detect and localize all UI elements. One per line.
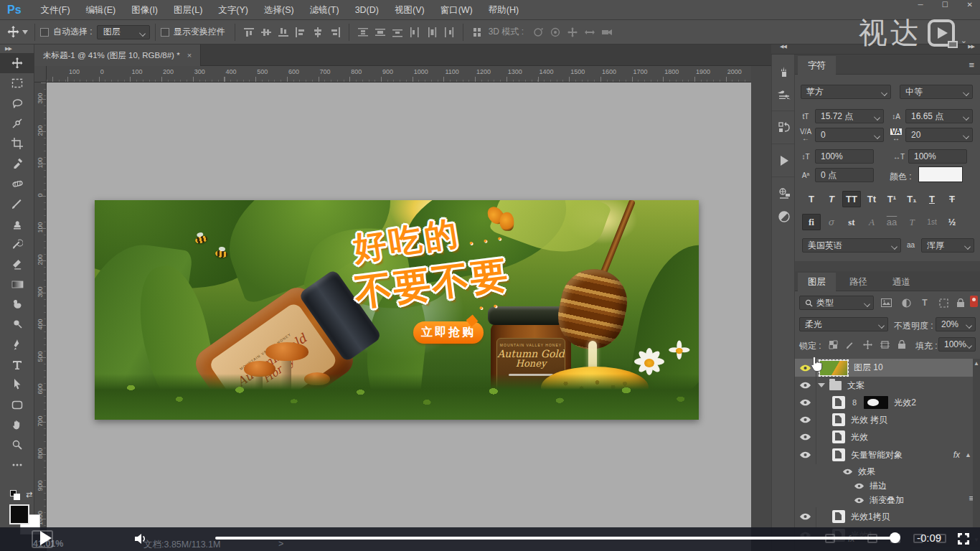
3d-zoom-camera-button[interactable]: [598, 24, 616, 40]
tab-character[interactable]: 字符: [798, 56, 836, 75]
align-vcenter-button[interactable]: [258, 24, 275, 40]
tab-close-icon[interactable]: ×: [187, 51, 192, 60]
crop-tool[interactable]: [0, 133, 34, 154]
swap-colors-icon[interactable]: ⇄: [26, 490, 32, 499]
visibility-toggle[interactable]: [795, 411, 816, 428]
layer-row[interactable]: 光效: [795, 428, 976, 446]
align-right-button[interactable]: [326, 24, 344, 40]
fx-collapse-icon[interactable]: ▲: [965, 451, 971, 458]
fill-field[interactable]: 100%: [938, 337, 976, 352]
play-button[interactable]: [40, 531, 52, 545]
3d-orbit-button[interactable]: [529, 24, 547, 40]
layer-row[interactable]: 光效 拷贝: [795, 411, 976, 428]
foreground-color-swatch[interactable]: [9, 504, 29, 524]
distribute-hcenter-button[interactable]: [423, 24, 440, 40]
layer-row[interactable]: 矢量智能对象 fx ▲: [795, 446, 976, 464]
strikethrough-button[interactable]: T: [943, 191, 961, 207]
show-transform-checkbox[interactable]: [161, 28, 169, 37]
marquee-tool[interactable]: [0, 73, 34, 93]
ligatures-button[interactable]: fi: [802, 214, 821, 230]
horizontal-ruler[interactable]: 1000100200300400500600700800900100011001…: [47, 66, 751, 83]
group-disclosure-icon[interactable]: [818, 383, 825, 387]
baseline-shift-field[interactable]: 0 点: [815, 168, 874, 182]
opacity-field[interactable]: 20%: [936, 317, 976, 331]
minimize-button[interactable]: ─: [918, 0, 923, 10]
language-dropdown[interactable]: 美国英语: [802, 238, 901, 253]
fx-badge[interactable]: fx: [953, 450, 960, 460]
current-tool-chip[interactable]: [7, 26, 28, 38]
font-size-field[interactable]: 15.72 点: [815, 109, 884, 123]
filter-adjustment-layers-icon[interactable]: [900, 296, 913, 309]
lock-transparency-icon[interactable]: [826, 338, 839, 351]
move-tool[interactable]: [0, 53, 34, 73]
collapse-panels-icon[interactable]: ◀◀: [780, 44, 786, 50]
dodge-tool[interactable]: [0, 314, 34, 334]
quick-selection-tool[interactable]: [0, 113, 34, 133]
menu-item[interactable]: 编辑(E): [78, 0, 124, 20]
visibility-toggle[interactable]: [795, 446, 816, 464]
fx-gradient-overlay-row[interactable]: 渐变叠加: [795, 493, 976, 507]
lock-artboard-icon[interactable]: [878, 338, 891, 351]
fx-effects-row[interactable]: 效果: [795, 464, 976, 479]
lasso-tool[interactable]: [0, 93, 34, 113]
3d-roll-button[interactable]: [547, 24, 564, 40]
video-progress-knob[interactable]: [890, 532, 900, 543]
align-top-button[interactable]: [240, 24, 258, 40]
smart-object-thumbnail[interactable]: [832, 430, 845, 443]
horizontal-scale-field[interactable]: 100%: [908, 149, 967, 164]
edit-toolbar-ellipsis[interactable]: [0, 455, 34, 475]
layer-row-group[interactable]: 文案: [795, 377, 976, 394]
expand-panels-icon[interactable]: ▶▶: [968, 44, 974, 50]
distribute-left-button[interactable]: [406, 24, 423, 40]
hand-tool[interactable]: [0, 415, 34, 435]
healing-brush-tool[interactable]: [0, 174, 34, 194]
leading-field[interactable]: 16.65 点: [905, 109, 973, 123]
visibility-toggle[interactable]: [795, 377, 816, 394]
gradient-tool[interactable]: [0, 274, 34, 294]
filter-shape-layers-icon[interactable]: [937, 296, 950, 309]
blend-mode-dropdown[interactable]: 柔光: [799, 317, 888, 331]
smart-object-thumbnail[interactable]: [832, 413, 845, 426]
adjustments-panel-icon[interactable]: [772, 205, 796, 228]
filter-type-layers-icon[interactable]: T: [918, 296, 931, 309]
subscript-button[interactable]: T₁: [903, 191, 921, 207]
canvas-area[interactable]: MOUNTAIN VALLEY HONEY Autumn Gold Honey …: [47, 83, 751, 551]
vertical-scale-field[interactable]: 100%: [815, 149, 874, 164]
layer-filter-toggle[interactable]: [970, 296, 978, 307]
tab-channels[interactable]: 通道: [882, 273, 920, 291]
type-tool[interactable]: [0, 354, 34, 375]
3d-slide-button[interactable]: [581, 24, 598, 40]
vertical-ruler[interactable]: 3002001000100200300400500600700800900100…: [34, 83, 47, 551]
distribute-spacing-button[interactable]: [468, 24, 486, 40]
shape-tool[interactable]: [0, 395, 34, 415]
filter-pixel-layers-icon[interactable]: [880, 296, 892, 309]
visibility-toggle[interactable]: [795, 507, 816, 526]
close-button[interactable]: ✕: [967, 0, 973, 10]
align-hcenter-button[interactable]: [309, 24, 326, 40]
titling-button[interactable]: T: [903, 214, 921, 230]
lock-all-icon[interactable]: [895, 338, 908, 351]
tracking-field[interactable]: 20: [905, 128, 973, 142]
smart-object-thumbnail[interactable]: [832, 510, 845, 523]
document-tab[interactable]: 未标题-1 @ 41% (图层 10, RGB/8#) * ×: [34, 44, 201, 66]
toolbar-expand-icon[interactable]: ▶▶: [0, 44, 34, 53]
tab-layers[interactable]: 图层: [798, 273, 836, 291]
layers-scrollbar[interactable]: ▲ ▼: [973, 359, 980, 545]
distribute-vcenter-button[interactable]: [372, 24, 389, 40]
text-color-swatch[interactable]: [918, 166, 963, 182]
menu-item[interactable]: 帮助(H): [481, 0, 527, 20]
auto-select-target-dropdown[interactable]: 图层: [97, 25, 150, 39]
menu-item[interactable]: 文件(F): [33, 0, 78, 20]
distribute-bottom-button[interactable]: [389, 24, 406, 40]
distribute-top-button[interactable]: [354, 24, 372, 40]
brushes-panel-icon[interactable]: [772, 60, 796, 83]
panel-menu-icon[interactable]: ≡: [969, 60, 974, 70]
ordinal-1st-button[interactable]: 1st: [923, 214, 941, 230]
menu-item[interactable]: 视图(V): [387, 0, 433, 20]
history-brush-tool[interactable]: [0, 234, 34, 254]
zoom-tool[interactable]: [0, 435, 34, 455]
clone-source-panel-icon[interactable]: [772, 182, 796, 205]
visibility-toggle[interactable]: [795, 428, 816, 446]
path-selection-tool[interactable]: [0, 375, 34, 395]
fx-visibility-icon[interactable]: [852, 496, 865, 504]
